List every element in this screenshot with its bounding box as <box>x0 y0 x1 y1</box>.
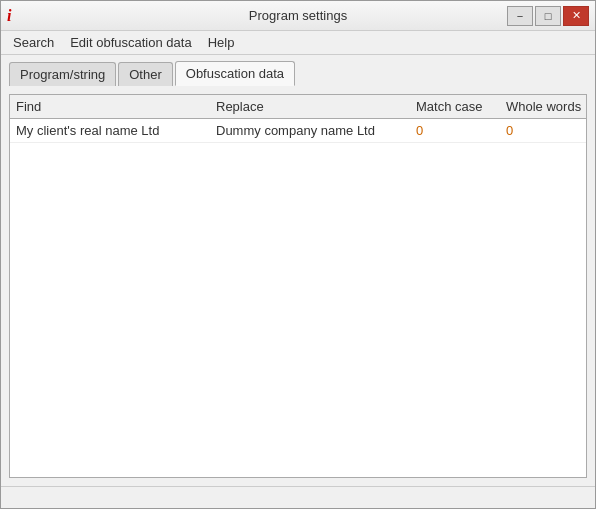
cell-replace: Dummy company name Ltd <box>216 123 416 138</box>
cell-find: My client's real name Ltd <box>16 123 216 138</box>
table-row[interactable]: My client's real name Ltd Dummy company … <box>10 119 586 143</box>
content-area: Find Replace Match case Whole words My c… <box>1 86 595 486</box>
title-bar-left: i <box>7 7 11 25</box>
status-bar <box>1 486 595 508</box>
tab-program-string[interactable]: Program/string <box>9 62 116 86</box>
col-find: Find <box>16 99 216 114</box>
tab-obfuscation-data[interactable]: Obfuscation data <box>175 61 295 86</box>
col-whole-words: Whole words <box>506 99 596 114</box>
cell-match-case: 0 <box>416 123 506 138</box>
minimize-button[interactable]: − <box>507 6 533 26</box>
col-replace: Replace <box>216 99 416 114</box>
window-controls: − □ ✕ <box>507 6 589 26</box>
menu-bar: Search Edit obfuscation data Help <box>1 31 595 55</box>
title-bar-text: Program settings <box>249 8 347 23</box>
program-settings-window: i Program settings − □ ✕ Search Edit obf… <box>0 0 596 509</box>
tab-other[interactable]: Other <box>118 62 173 86</box>
app-icon: i <box>7 7 11 25</box>
tabs-area: Program/string Other Obfuscation data <box>1 55 595 86</box>
obfuscation-table: Find Replace Match case Whole words My c… <box>9 94 587 478</box>
menu-search[interactable]: Search <box>5 33 62 52</box>
menu-help[interactable]: Help <box>200 33 243 52</box>
close-button[interactable]: ✕ <box>563 6 589 26</box>
menu-edit-obfuscation[interactable]: Edit obfuscation data <box>62 33 199 52</box>
col-match-case: Match case <box>416 99 506 114</box>
title-bar: i Program settings − □ ✕ <box>1 1 595 31</box>
maximize-button[interactable]: □ <box>535 6 561 26</box>
table-header: Find Replace Match case Whole words <box>10 95 586 119</box>
cell-whole-words: 0 <box>506 123 596 138</box>
